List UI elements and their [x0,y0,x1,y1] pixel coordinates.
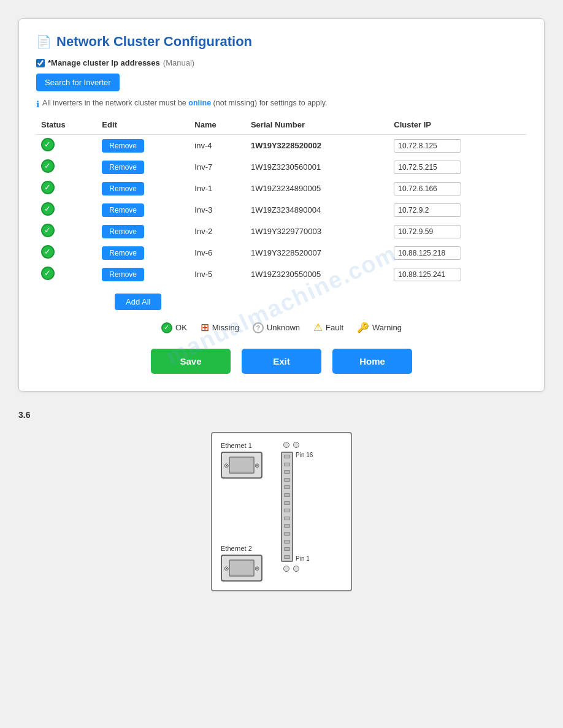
info-highlight: online [188,99,211,107]
add-all-button[interactable]: Add All [115,294,161,310]
home-button[interactable]: Home [332,349,412,374]
remove-button[interactable]: Remove [102,161,144,174]
pin-hole [284,455,290,458]
table-row: RemoveInv-31W19Z3234890004 [36,199,527,221]
col-serial: Serial Number [246,118,389,135]
remove-button[interactable]: Remove [102,246,144,260]
ethernet1-label: Ethernet 1 [221,442,276,449]
legend-missing: ⊞ Missing [201,321,239,334]
row-serial: 1W19Y3228520002 [246,135,389,157]
remove-button[interactable]: Remove [102,139,144,153]
pin-hole [284,501,290,505]
exit-button[interactable]: Exit [242,349,321,374]
remove-button[interactable]: Remove [102,268,144,281]
checkbox-manual: (Manual) [163,58,194,67]
row-status [36,156,97,178]
pin1-label: Pin 1 [296,555,313,562]
pin-hole [284,532,290,536]
page: manualmachine.com 📄 Network Cluster Conf… [0,0,563,610]
unknown-icon: ? [253,322,264,333]
eth2-port-inner [229,559,255,577]
row-status [36,264,97,285]
bottom-circle-right [293,566,299,572]
legend: OK ⊞ Missing ? Unknown ⚠ Fault 🔑 Warning [36,321,527,334]
ethernet1-port: ⊗ ⊗ [221,452,262,479]
ip-input[interactable] [394,246,461,260]
checkbox-row: *Manage cluster Ip addresses (Manual) [36,58,527,67]
ip-input[interactable] [394,182,461,195]
row-ip [389,199,527,221]
pin-hole [284,485,290,489]
row-edit: Remove [97,264,190,285]
legend-fault: ⚠ Fault [313,321,343,334]
row-edit: Remove [97,135,190,157]
pin-area: Pin 16 Pin 1 [281,452,313,562]
row-serial: 1W19Z3230560001 [246,156,389,178]
legend-fault-label: Fault [326,323,343,332]
row-ip [389,221,527,242]
remove-button[interactable]: Remove [102,225,144,238]
legend-warning: 🔑 Warning [357,322,402,333]
top-circles [283,442,299,448]
row-serial: 1W19Z3234890005 [246,178,389,199]
pin-hole [284,540,290,544]
checkbox-label: *Manage cluster Ip addresses [48,58,160,67]
row-name: Inv-2 [190,221,246,242]
ethernet2-port: ⊗ ⊗ [221,555,262,582]
row-edit: Remove [97,199,190,221]
col-status: Status [36,118,97,135]
row-serial: 1W19Y3228520007 [246,242,389,264]
row-status [36,135,97,157]
pin-hole [284,547,290,551]
col-ip: Cluster IP [389,118,527,135]
manage-cluster-checkbox[interactable] [36,59,45,67]
ip-input[interactable] [394,225,461,238]
row-edit: Remove [97,221,190,242]
status-ok-icon [41,245,55,259]
legend-ok: OK [161,322,187,333]
row-status [36,199,97,221]
pin-connector-section: Pin 16 Pin 1 [281,442,343,582]
remove-button[interactable]: Remove [102,203,144,217]
legend-warning-label: Warning [372,323,402,332]
legend-ok-label: OK [175,323,187,332]
table-row: RemoveInv-71W19Z3230560001 [36,156,527,178]
eth1-right-mount: ⊗ [255,462,259,469]
col-edit: Edit [97,118,190,135]
row-edit: Remove [97,178,190,199]
remove-button[interactable]: Remove [102,182,144,195]
status-ok-icon [41,138,55,151]
row-status [36,242,97,264]
ethernet2-section: Ethernet 2 ⊗ ⊗ [221,545,276,582]
pin-hole [284,517,290,520]
pin-hole [284,463,290,466]
legend-unknown-label: Unknown [267,323,300,332]
pin-hole [284,493,290,497]
ip-input[interactable] [394,161,461,174]
search-inverter-button[interactable]: Search for Inverter [36,74,120,91]
inverter-table: Status Edit Name Serial Number Cluster I… [36,118,527,285]
row-serial: 1W19Z3234890004 [246,199,389,221]
row-edit: Remove [97,242,190,264]
ip-input[interactable] [394,268,461,281]
legend-unknown: ? Unknown [253,322,300,333]
table-row: RemoveInv-21W19Y3229770003 [36,221,527,242]
legend-missing-label: Missing [212,323,239,332]
eth1-left-mount: ⊗ [224,462,229,469]
fault-icon: ⚠ [313,321,323,334]
ethernet1-section: Ethernet 1 ⊗ ⊗ [221,442,276,479]
status-ok-icon [41,224,55,237]
ip-input[interactable] [394,203,461,217]
ethernet-ports: Ethernet 1 ⊗ ⊗ Ethernet 2 ⊗ ⊗ [221,442,276,582]
pin-hole [284,509,290,512]
save-button[interactable]: Save [151,349,231,374]
row-ip [389,178,527,199]
diagram-container: Ethernet 1 ⊗ ⊗ Ethernet 2 ⊗ ⊗ [18,432,545,591]
ip-input[interactable] [394,139,461,153]
pin-labels-side: Pin 16 Pin 1 [296,452,313,562]
info-text: All inverters in the network cluster mus… [42,99,327,107]
status-ok-icon [41,181,55,194]
warning-icon: 🔑 [357,322,369,333]
pin-connector [281,452,293,562]
section-label: 3.6 [18,410,545,420]
